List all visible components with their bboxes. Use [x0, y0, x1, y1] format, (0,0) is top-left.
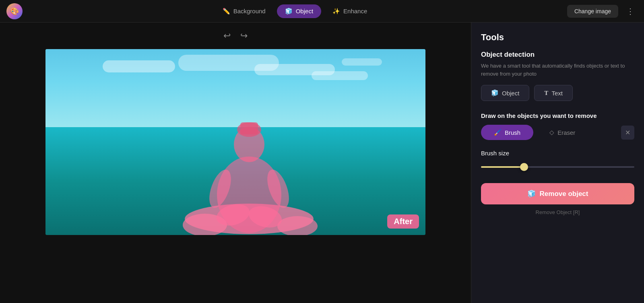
tab-object[interactable]: 🧊 Object [277, 4, 321, 18]
main-content: ↩ ↪ [0, 23, 644, 303]
canvas-area: ↩ ↪ [0, 23, 471, 303]
detection-buttons: 🧊 Object T Text [481, 85, 634, 101]
text-detect-icon: T [544, 90, 548, 97]
undo-button[interactable]: ↩ [222, 29, 232, 43]
tab-background[interactable]: ✏️ Background [215, 4, 274, 18]
remove-object-button[interactable]: 🧊 Remove object [481, 183, 634, 204]
remove-object-icon: 🧊 [527, 190, 536, 198]
canvas-toolbar: ↩ ↪ [222, 29, 249, 43]
shortcut-hint: Remove Object [R] [481, 209, 634, 215]
clear-button[interactable]: ✕ [621, 126, 634, 140]
brush-icon: 🖌️ [494, 129, 502, 136]
redo-button[interactable]: ↪ [239, 29, 249, 43]
object-detection-title: Object detection [481, 51, 634, 59]
brush-size-label: Brush size [481, 150, 634, 157]
top-nav: 🎨 ✏️ Background 🧊 Object ✨ Enhance Chang… [0, 0, 644, 23]
clear-icon: ✕ [625, 129, 630, 136]
more-options-button[interactable]: ⋮ [623, 5, 638, 18]
cloud [103, 60, 175, 72]
object-detection-description: We have a smart tool that automatically … [481, 62, 634, 78]
pencil-icon: ✏️ [223, 8, 230, 15]
svg-rect-6 [240, 122, 258, 134]
enhance-icon: ✨ [332, 8, 340, 15]
subject-overlay [181, 82, 318, 235]
tab-enhance[interactable]: ✨ Enhance [324, 4, 375, 18]
eraser-icon: ◇ [549, 129, 554, 136]
object-detect-button[interactable]: 🧊 Object [481, 85, 529, 101]
tools-title: Tools [481, 32, 634, 43]
eraser-button[interactable]: ◇ Eraser [540, 125, 585, 140]
tools-sidebar: Tools Object detection We have a smart t… [471, 23, 644, 303]
app-logo: 🎨 [6, 3, 23, 19]
draw-title: Draw on the objects you want to remove [481, 112, 634, 119]
image-canvas[interactable]: After [45, 49, 425, 235]
nav-center: ✏️ Background 🧊 Object ✨ Enhance [215, 4, 376, 18]
after-badge: After [387, 214, 419, 229]
nav-right: Change image ⋮ [567, 5, 638, 18]
change-image-button[interactable]: Change image [567, 5, 618, 18]
text-detect-button[interactable]: T Text [534, 85, 573, 101]
draw-section: Draw on the objects you want to remove 🖌… [481, 112, 634, 215]
brush-size-slider[interactable] [481, 162, 634, 172]
object-icon: 🧊 [285, 8, 293, 15]
brush-button[interactable]: 🖌️ Brush [481, 125, 533, 140]
brush-eraser-row: 🖌️ Brush ◇ Eraser ✕ [481, 125, 634, 140]
object-detect-icon: 🧊 [491, 89, 499, 97]
slider-track [481, 166, 634, 168]
cloud [342, 58, 382, 66]
object-detection-section: Object detection We have a smart tool th… [481, 51, 634, 101]
image-display: After [45, 49, 425, 235]
slider-thumb[interactable] [520, 163, 528, 171]
cloud [312, 71, 368, 80]
